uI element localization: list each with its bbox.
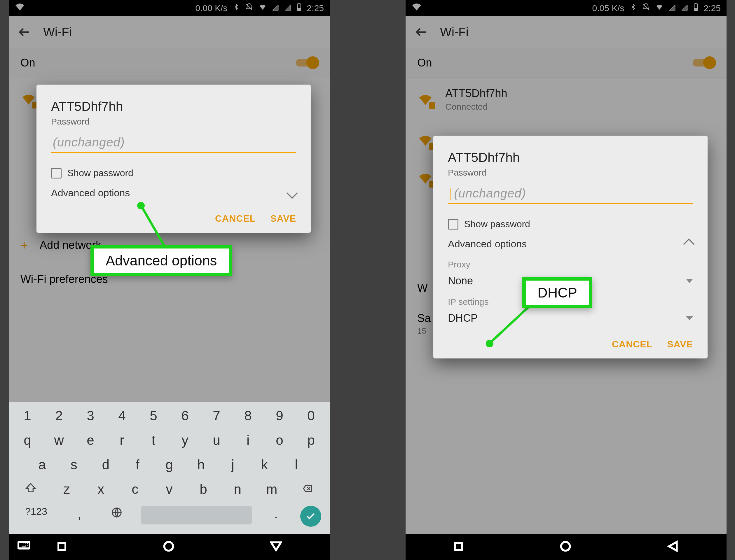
wifi-secure-icon bbox=[417, 132, 434, 148]
show-password-checkbox[interactable] bbox=[448, 219, 459, 230]
key-1[interactable]: 1 bbox=[14, 408, 41, 423]
signal-icon-2 bbox=[284, 3, 291, 13]
save-button[interactable]: SAVE bbox=[270, 213, 296, 224]
key-i[interactable]: i bbox=[235, 432, 261, 448]
key-4[interactable]: 4 bbox=[109, 408, 135, 423]
nav-home-icon[interactable] bbox=[560, 540, 571, 553]
wifi-switch[interactable] bbox=[296, 57, 318, 69]
cancel-button[interactable]: CANCEL bbox=[612, 339, 652, 350]
ip-settings-value: DHCP bbox=[448, 312, 478, 324]
toggle-label: On bbox=[417, 57, 432, 69]
nav-back-icon[interactable] bbox=[667, 540, 679, 553]
key-c[interactable]: c bbox=[122, 481, 148, 497]
key-v[interactable]: v bbox=[156, 481, 182, 497]
key-j[interactable]: j bbox=[220, 457, 246, 473]
key-9[interactable]: 9 bbox=[266, 408, 293, 423]
wifi-small-icon bbox=[655, 3, 664, 13]
key-r[interactable]: r bbox=[109, 432, 135, 448]
key-b[interactable]: b bbox=[190, 481, 216, 497]
ip-settings-select[interactable]: DHCP bbox=[448, 312, 693, 324]
wifi-secure-icon bbox=[417, 91, 434, 108]
nav-overview-icon[interactable] bbox=[454, 541, 464, 553]
proxy-value: None bbox=[448, 275, 473, 287]
back-icon[interactable] bbox=[414, 25, 428, 39]
key-5[interactable]: 5 bbox=[140, 408, 167, 423]
advanced-options-row[interactable]: Advanced options bbox=[448, 238, 693, 250]
key-t[interactable]: t bbox=[140, 432, 167, 448]
password-input[interactable]: (unchanged) bbox=[448, 181, 693, 204]
key-e[interactable]: e bbox=[77, 432, 104, 448]
key-q[interactable]: q bbox=[14, 432, 41, 448]
key-p[interactable]: p bbox=[298, 432, 324, 448]
enter-key[interactable] bbox=[300, 506, 321, 527]
spacebar-key[interactable] bbox=[141, 506, 252, 524]
nav-home-icon[interactable] bbox=[163, 540, 174, 553]
key-h[interactable]: h bbox=[188, 457, 214, 473]
svg-rect-8 bbox=[695, 3, 697, 4]
key-6[interactable]: 6 bbox=[172, 408, 198, 423]
show-password-checkbox[interactable] bbox=[51, 168, 62, 179]
key-3[interactable]: 3 bbox=[77, 408, 104, 423]
backspace-key[interactable] bbox=[289, 481, 327, 497]
key-n[interactable]: n bbox=[224, 481, 251, 497]
advanced-options-label: Advanced options bbox=[448, 238, 527, 250]
wifi-switch[interactable] bbox=[693, 57, 715, 69]
nav-bar bbox=[9, 534, 330, 560]
cancel-button[interactable]: CANCEL bbox=[215, 213, 255, 224]
show-password-row[interactable]: Show password bbox=[448, 219, 693, 230]
comma-key[interactable]: , bbox=[66, 506, 92, 527]
back-icon[interactable] bbox=[17, 25, 31, 39]
key-f[interactable]: f bbox=[124, 457, 150, 473]
signal-icon-1 bbox=[272, 3, 279, 13]
data-speed: 0.00 K/s bbox=[195, 3, 227, 13]
callout-dot bbox=[137, 202, 145, 209]
clock: 2:25 bbox=[704, 3, 721, 13]
battery-icon bbox=[296, 3, 302, 13]
soft-keyboard[interactable]: 1234567890 qwertyuiop asdfghjkl zxcvbnm … bbox=[9, 402, 330, 534]
nav-back-icon[interactable] bbox=[270, 540, 282, 553]
key-8[interactable]: 8 bbox=[235, 408, 261, 423]
key-x[interactable]: x bbox=[88, 481, 114, 497]
lang-key[interactable] bbox=[104, 506, 130, 527]
network-row-connected[interactable]: ATT5Dhf7hh Connected bbox=[406, 77, 727, 121]
battery-icon bbox=[693, 3, 699, 13]
key-w[interactable]: w bbox=[46, 432, 72, 448]
key-u[interactable]: u bbox=[203, 432, 230, 448]
nav-overview-icon[interactable] bbox=[57, 541, 67, 553]
signal-icon-2 bbox=[681, 3, 688, 13]
key-g[interactable]: g bbox=[156, 457, 182, 473]
dnd-icon bbox=[642, 3, 650, 13]
key-7[interactable]: 7 bbox=[203, 408, 230, 423]
key-y[interactable]: y bbox=[172, 432, 198, 448]
signal-icon-1 bbox=[669, 3, 676, 13]
key-d[interactable]: d bbox=[92, 457, 119, 473]
key-z[interactable]: z bbox=[54, 481, 80, 497]
wifi-toggle-row[interactable]: On bbox=[406, 48, 727, 77]
show-password-row[interactable]: Show password bbox=[51, 168, 296, 179]
network-status: Connected bbox=[445, 101, 508, 112]
wifi-toggle-row[interactable]: On bbox=[9, 48, 330, 77]
svg-rect-4 bbox=[18, 542, 30, 548]
key-0[interactable]: 0 bbox=[298, 408, 324, 423]
key-m[interactable]: m bbox=[258, 481, 285, 497]
app-bar: Wi-Fi bbox=[9, 16, 330, 48]
advanced-options-row[interactable]: Advanced options bbox=[51, 187, 296, 199]
password-input[interactable]: (unchanged) bbox=[51, 129, 296, 153]
symbols-key[interactable]: ?123 bbox=[17, 506, 55, 527]
shift-key[interactable] bbox=[12, 481, 50, 497]
period-key[interactable]: . bbox=[263, 506, 289, 527]
key-o[interactable]: o bbox=[266, 432, 293, 448]
key-2[interactable]: 2 bbox=[46, 408, 72, 423]
app-bar: Wi-Fi bbox=[406, 16, 727, 48]
key-s[interactable]: s bbox=[61, 457, 87, 473]
keyboard-hide-icon[interactable] bbox=[17, 541, 30, 552]
svg-rect-9 bbox=[694, 8, 698, 11]
page-title: Wi-Fi bbox=[440, 25, 469, 39]
show-password-label: Show password bbox=[464, 219, 530, 230]
page-title: Wi-Fi bbox=[43, 25, 72, 39]
save-button[interactable]: SAVE bbox=[667, 339, 693, 350]
dropdown-icon bbox=[686, 279, 693, 283]
key-a[interactable]: a bbox=[29, 457, 55, 473]
key-k[interactable]: k bbox=[251, 457, 278, 473]
key-l[interactable]: l bbox=[283, 457, 309, 473]
